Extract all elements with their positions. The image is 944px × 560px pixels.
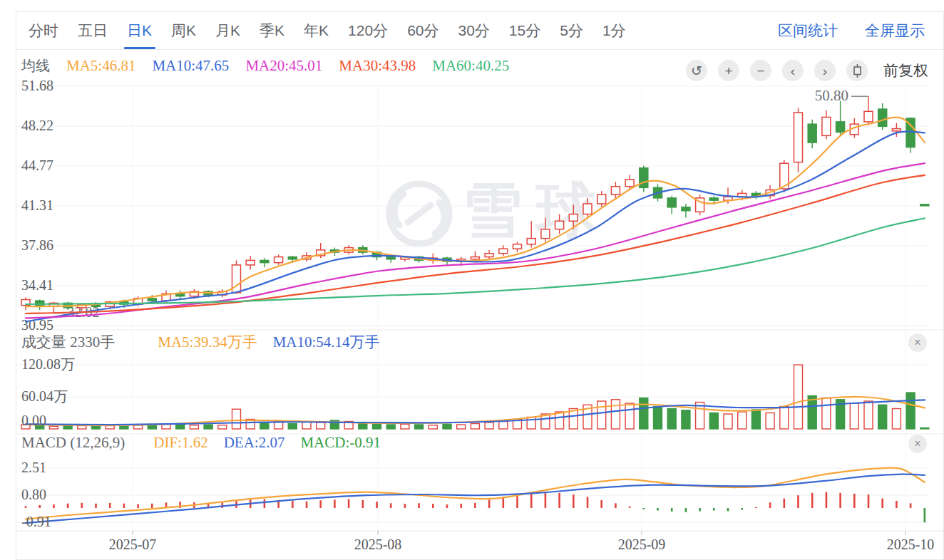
tab-month-k[interactable]: 月K [215,12,240,49]
volume-bar [359,424,367,429]
volume-bar [457,425,466,429]
axis-label: 0.80 [21,487,46,502]
macd-values: DIF:1.62DEA:2.07MACD:-0.91 [153,434,381,452]
candle-body [288,257,297,259]
candle-body [597,195,606,204]
zoom-out-button[interactable]: − [750,60,771,81]
volume-bar [401,424,409,429]
undo-button[interactable]: ↺ [686,60,707,81]
tab-1min[interactable]: 1分 [602,12,626,49]
axis-label: 60.04万 [21,388,68,404]
volume-bar [373,424,381,429]
axis-label: -0.91 [21,514,51,529]
volume-axis: 120.08万60.04万0.00 [21,356,75,428]
axis-label: 2025-07 [109,536,157,552]
candle-body [864,111,873,122]
tab-5min[interactable]: 5分 [560,12,583,49]
tab-15min[interactable]: 15分 [509,12,540,49]
link-range-stats[interactable]: 区间统计 [778,21,838,41]
axis-label: 48.22 [21,118,53,133]
candle-style-button[interactable] [846,60,868,81]
volume-bar [850,403,858,429]
candle-body [822,117,831,135]
charts-canvas[interactable]: 雪球51.6848.2244.7741.3137.8634.4130.9532.… [0,0,944,560]
close-icon: × [914,437,920,450]
tab-day-k[interactable]: 日K [127,12,152,49]
volume-ma-layer [26,397,925,425]
volume-bar [640,398,648,429]
price-axis: 51.6848.2244.7741.3137.8634.4130.95 [21,78,53,333]
tab-120min[interactable]: 120分 [348,12,388,49]
axis-label: 44.77 [21,157,53,173]
tab-quarter-k[interactable]: 季K [260,12,284,49]
axis-label: 0.00 [21,413,46,428]
tab-links: 区间统计全屏显示 [778,21,943,41]
tab-week-k[interactable]: 周K [171,12,196,49]
volume-bar [920,428,929,430]
macd-panel-header: MACD (12,26,9) DIF:1.62DEA:2.07MACD:-0.9… [21,434,381,452]
volume-bar [738,412,747,429]
candle-body [386,257,395,259]
minus-icon: − [756,64,764,78]
volume-bar [106,426,114,429]
volume-bar [386,425,395,429]
volume-panel-header: 成交量 2330手 MA5:39.34万手MA10:54.14万手 [21,332,380,352]
ma-value: MA5:46.81 [66,57,135,75]
candle-body [246,260,255,264]
candle-body [499,249,508,253]
axis-label: 51.68 [21,78,53,93]
toolbar-buttons: ↺+−‹› [686,60,868,81]
candle-body [682,207,690,211]
candle-body [541,229,550,239]
macd-value: MACD:-0.91 [300,434,381,452]
volume-ma-value: MA5:39.34万手 [158,332,257,352]
tab-year-k[interactable]: 年K [304,12,329,49]
candle-icon [853,64,862,78]
candle-body [794,113,803,162]
tab-minute[interactable]: 分时 [29,12,58,49]
pan-right-button[interactable]: › [814,60,836,81]
volume-bar [218,425,227,429]
volume-bar [709,413,718,429]
volume-bar [204,425,212,429]
volume-bar [302,422,311,429]
volume-bar [288,424,297,429]
volume-bar [822,398,831,429]
zoom-in-button[interactable]: + [718,60,739,81]
chevron-right-icon: › [823,64,827,78]
volume-close-button[interactable]: × [908,333,927,352]
macd-close-button[interactable]: × [908,435,927,453]
ma-value: MA10:47.65 [152,57,229,75]
volume-bar [597,401,606,429]
candle-body [485,254,493,257]
indicator-line [26,397,925,425]
candle-body [836,122,845,133]
pan-left-button[interactable]: ‹ [782,60,804,81]
candle-body [583,204,592,214]
volume-bar [906,393,915,429]
volume-bar [485,422,493,429]
volume-bar [654,407,662,429]
axis-label: 2.51 [21,460,46,475]
volume-bar [878,405,887,429]
xueqiu-watermark: 雪球 [389,177,610,244]
ma-value: MA60:40.25 [432,57,509,75]
candle-body [611,187,620,195]
ma-value: MA30:43.98 [339,57,416,75]
tab-5day[interactable]: 五日 [78,12,108,49]
volume-bar [120,426,128,429]
volume-bar [134,425,143,429]
tab-60min[interactable]: 60分 [407,12,438,49]
macd-axis: 2.510.80-0.91 [21,460,51,529]
volume-bar [190,425,198,429]
volume-bar [92,426,101,429]
volume-bar [471,424,479,429]
candle-body [920,204,929,206]
ma-indicator-bar: 均线 MA5:46.81MA10:47.65MA20:45.01MA30:43.… [21,56,509,76]
adjust-mode-button[interactable]: 前复权 [883,61,928,81]
volume-bar [611,400,620,429]
volume-ma-values: MA5:39.34万手MA10:54.14万手 [158,332,379,352]
tab-30min[interactable]: 30分 [458,12,489,49]
volume-bar [667,409,676,429]
link-fullscreen[interactable]: 全屏显示 [865,21,925,41]
